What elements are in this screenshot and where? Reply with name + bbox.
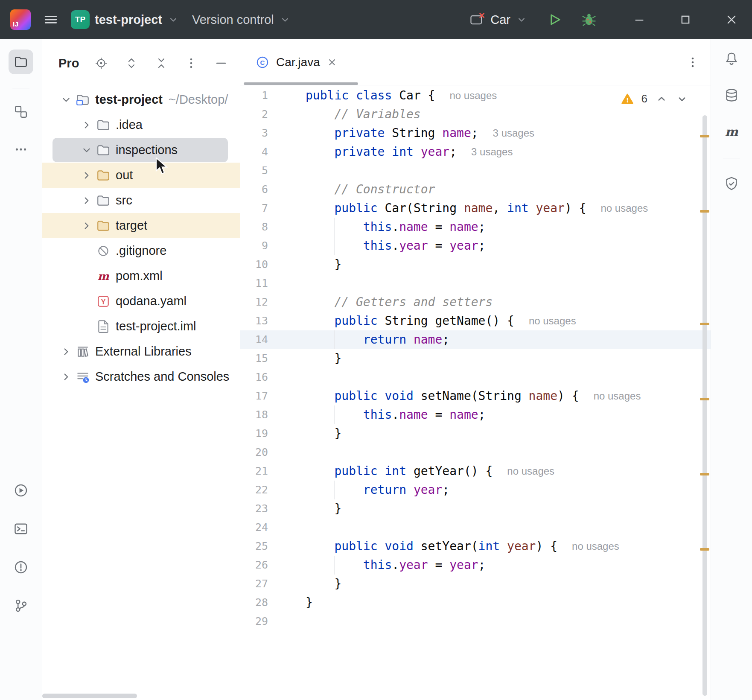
structure-tool-window-button[interactable] [9, 99, 33, 124]
usages-hint[interactable]: no usages [529, 312, 576, 330]
line-number[interactable]: 21 [240, 462, 268, 481]
line-number[interactable]: 29 [240, 612, 268, 631]
run-tool-window-button[interactable] [9, 478, 33, 503]
code-line[interactable]: 23 } [240, 499, 711, 518]
chevron-right-icon[interactable] [57, 346, 76, 357]
code-line[interactable]: 21 public int getYear() {no usages [240, 462, 711, 481]
code-line[interactable]: 4 private int year;3 usages [240, 143, 711, 161]
line-number[interactable]: 23 [240, 499, 268, 518]
minimize-button[interactable] [632, 12, 647, 27]
version-control-tool-window-button[interactable] [9, 593, 33, 618]
line-number[interactable]: 13 [240, 312, 268, 330]
chevron-right-icon[interactable] [77, 170, 96, 181]
warning-stripe-mark[interactable] [700, 210, 709, 213]
code-line[interactable]: 9 this.year = year; [240, 236, 711, 255]
usages-hint[interactable]: no usages [449, 86, 497, 105]
line-number[interactable]: 20 [240, 443, 268, 462]
tree-row-target[interactable]: target [42, 213, 240, 238]
tree-row-scratches-and-consoles[interactable]: Scratches and Consoles [42, 364, 240, 389]
warning-stripe-mark[interactable] [700, 548, 709, 551]
line-number[interactable]: 4 [240, 143, 268, 161]
usages-hint[interactable]: no usages [594, 387, 641, 405]
collapse-all-button[interactable] [154, 55, 169, 71]
code-line[interactable]: 10 } [240, 255, 711, 274]
tab-options-button[interactable] [686, 55, 700, 69]
database-button[interactable] [719, 83, 744, 108]
code-line[interactable]: 12 // Getters and setters [240, 293, 711, 312]
line-number[interactable]: 16 [240, 368, 268, 387]
horizontal-scrollbar[interactable] [42, 694, 137, 698]
line-number[interactable]: 18 [240, 405, 268, 424]
code-line[interactable]: 5 [240, 161, 711, 180]
code-line[interactable]: 20 [240, 443, 711, 462]
line-number[interactable]: 17 [240, 387, 268, 405]
code-line[interactable]: 29 [240, 612, 711, 631]
line-number[interactable]: 9 [240, 236, 268, 255]
line-number[interactable]: 24 [240, 518, 268, 537]
debug-button[interactable] [581, 12, 597, 27]
terminal-tool-window-button[interactable] [9, 516, 33, 541]
maven-button[interactable]: m [719, 120, 744, 144]
code-line[interactable]: 24 [240, 518, 711, 537]
problems-tool-window-button[interactable] [9, 555, 33, 580]
scrollbar-thumb[interactable] [702, 115, 707, 696]
tree-row-gitignore[interactable]: .gitignore [42, 238, 240, 263]
usages-hint[interactable]: 3 usages [471, 143, 513, 161]
code-line[interactable]: 25 public void setYear(int year) {no usa… [240, 537, 711, 556]
line-number[interactable]: 6 [240, 180, 268, 199]
code-line[interactable]: 22 return year; [240, 481, 711, 499]
tree-row-idea[interactable]: .idea [42, 112, 240, 137]
tree-row-external-libraries[interactable]: External Libraries [42, 339, 240, 364]
code-line[interactable]: 3 private String name;3 usages [240, 124, 711, 143]
next-problem-button[interactable] [676, 93, 688, 105]
notifications-button[interactable] [719, 46, 744, 71]
code-line[interactable]: 8 this.name = name; [240, 218, 711, 236]
line-number[interactable]: 22 [240, 481, 268, 499]
tree-row-out[interactable]: out [42, 163, 240, 188]
chevron-right-icon[interactable] [57, 371, 76, 382]
line-number[interactable]: 11 [240, 274, 268, 293]
line-number[interactable]: 1 [240, 86, 268, 105]
main-menu-button[interactable] [44, 12, 58, 27]
line-number[interactable]: 14 [240, 330, 268, 349]
line-number[interactable]: 12 [240, 293, 268, 312]
expand-all-button[interactable] [123, 55, 139, 71]
tab-car-java[interactable]: C Car.java [244, 39, 349, 85]
tree-row-src[interactable]: src [42, 188, 240, 213]
close-tab-icon[interactable] [327, 57, 337, 67]
code-line[interactable]: 14 return name; [240, 330, 711, 349]
run-button[interactable] [547, 12, 562, 27]
chevron-down-icon[interactable] [77, 145, 96, 156]
line-number[interactable]: 25 [240, 537, 268, 556]
code-line[interactable]: 15 } [240, 349, 711, 368]
usages-hint[interactable]: no usages [507, 462, 554, 481]
tree-row-inspections[interactable]: inspections [42, 137, 240, 163]
chevron-right-icon[interactable] [77, 195, 96, 206]
chevron-right-icon[interactable] [77, 120, 96, 131]
code-line[interactable]: 2 // Variables [240, 105, 711, 124]
line-number[interactable]: 7 [240, 199, 268, 218]
chevron-down-icon[interactable] [57, 94, 76, 105]
editor-scrollbar[interactable] [699, 85, 711, 700]
warning-stripe-mark[interactable] [700, 473, 709, 475]
more-tool-windows-button[interactable] [9, 137, 33, 162]
project-tool-window-button[interactable] [9, 50, 33, 74]
warning-stripe-mark[interactable] [700, 135, 709, 137]
code-line[interactable]: 26 this.year = year; [240, 556, 711, 575]
code-line[interactable]: 16 [240, 368, 711, 387]
line-number[interactable]: 28 [240, 593, 268, 612]
locate-file-button[interactable] [93, 55, 109, 71]
code-line[interactable]: 13 public String getName() {no usages [240, 312, 711, 330]
line-number[interactable]: 2 [240, 105, 268, 124]
hide-panel-button[interactable] [213, 55, 229, 71]
usages-hint[interactable]: 3 usages [493, 124, 534, 143]
usages-hint[interactable]: no usages [572, 537, 619, 556]
line-number[interactable]: 26 [240, 556, 268, 575]
tree-row-qodana-yaml[interactable]: Yqodana.yaml [42, 289, 240, 314]
line-number[interactable]: 5 [240, 161, 268, 180]
tree-row-pom-xml[interactable]: mpom.xml [42, 263, 240, 289]
code-line[interactable]: 17 public void setName(String name) {no … [240, 387, 711, 405]
warning-stripe-mark[interactable] [700, 323, 709, 325]
chevron-right-icon[interactable] [77, 220, 96, 231]
line-number[interactable]: 27 [240, 575, 268, 593]
